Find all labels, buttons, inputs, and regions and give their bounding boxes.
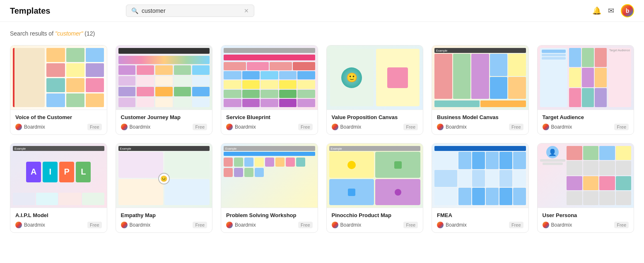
card-info: Voice of the Customer Boardmix Free xyxy=(10,110,107,134)
card-meta: Boardmix Free xyxy=(226,222,313,228)
brand-icon xyxy=(121,124,128,130)
search-icon: 🔍 xyxy=(131,7,138,14)
card-meta: Boardmix Free xyxy=(437,222,523,228)
card-meta: Boardmix Free xyxy=(15,222,102,228)
card-meta: Boardmix Free xyxy=(437,124,523,130)
card-title: Customer Journey Map xyxy=(121,114,207,120)
card-target-audience[interactable]: Target Audience Target Audience Boardmix… xyxy=(537,45,634,135)
brand-icon xyxy=(15,124,22,130)
card-info: Business Model Canvas Boardmix Free xyxy=(432,110,528,134)
card-brand: Boardmix xyxy=(121,124,151,130)
brand-icon xyxy=(15,222,22,228)
card-meta: Boardmix Free xyxy=(226,124,313,130)
card-meta: Boardmix Free xyxy=(332,124,418,130)
card-meta: Boardmix Free xyxy=(543,124,629,130)
card-thumbnail-persona: 👤 xyxy=(538,143,634,208)
brand-icon xyxy=(226,124,233,130)
card-info: Target Audience Boardmix Free xyxy=(538,110,634,134)
notification-icon[interactable]: 🔔 xyxy=(592,6,601,15)
card-info: Empathy Map Boardmix Free xyxy=(116,208,212,232)
card-meta: Boardmix Free xyxy=(121,222,207,228)
card-badge: Free xyxy=(193,222,207,228)
search-bar[interactable]: 🔍 ✕ xyxy=(126,5,254,17)
card-info: Service Blueprint Boardmix Free xyxy=(221,110,318,134)
avatar[interactable]: b xyxy=(621,4,634,17)
card-service-blueprint[interactable]: Service Blueprint Boardmix Free xyxy=(221,45,318,135)
card-badge: Free xyxy=(614,222,629,228)
card-brand: Boardmix xyxy=(226,222,256,228)
card-title: FMEA xyxy=(437,212,523,218)
card-empathy-map[interactable]: Example 😐 Empathy Map Boardmix xyxy=(116,143,213,233)
templates-grid: Voice of the Customer Boardmix Free xyxy=(10,45,634,233)
card-thumbnail-empathy: Example 😐 xyxy=(116,143,212,208)
card-brand: Boardmix xyxy=(226,124,256,130)
card-badge: Free xyxy=(403,222,418,228)
card-thumbnail-fmea xyxy=(432,143,528,208)
card-fmea[interactable]: FMEA Boardmix Free xyxy=(432,143,529,233)
search-results-label: Search results of "customer" (12) xyxy=(10,30,634,37)
card-brand: Boardmix xyxy=(15,124,45,130)
header-actions: 🔔 ✉ b xyxy=(592,4,634,17)
card-title: Business Model Canvas xyxy=(437,114,523,120)
card-meta: Boardmix Free xyxy=(543,222,629,228)
main-content: Search results of "customer" (12) xyxy=(0,22,644,241)
card-info: A.I.P.L Model Boardmix Free xyxy=(10,208,107,232)
card-thumbnail-value: 🙂 xyxy=(327,45,423,110)
card-badge: Free xyxy=(298,222,313,228)
card-thumbnail-journey xyxy=(116,45,212,110)
card-meta: Boardmix Free xyxy=(15,124,102,130)
card-pinocchio-product-map[interactable]: Example xyxy=(326,143,424,233)
card-brand: Boardmix xyxy=(332,222,362,228)
card-info: Customer Journey Map Boardmix Free xyxy=(116,110,212,134)
card-info: Pinocchio Product Map Boardmix Free xyxy=(327,208,423,232)
card-brand: Boardmix xyxy=(543,124,572,130)
mail-icon[interactable]: ✉ xyxy=(608,6,614,15)
card-info: FMEA Boardmix Free xyxy=(432,208,528,232)
search-query: "customer" xyxy=(55,30,83,37)
card-title: Value Proposition Canvas xyxy=(332,114,418,120)
card-business-model-canvas[interactable]: Example xyxy=(432,45,529,135)
brand-icon xyxy=(437,124,444,130)
card-info: Problem Solving Workshop Boardmix Free xyxy=(221,208,318,232)
card-aipl-model[interactable]: Example A I P L A.I.P.L M xyxy=(10,143,107,233)
card-thumbnail-pinocchio: Example xyxy=(327,143,423,208)
card-brand: Boardmix xyxy=(437,222,467,228)
search-input[interactable] xyxy=(142,7,241,14)
card-info: User Persona Boardmix Free xyxy=(538,208,634,232)
header: Templates 🔍 ✕ 🔔 ✉ b xyxy=(0,0,644,22)
card-badge: Free xyxy=(193,124,207,130)
card-title: Pinocchio Product Map xyxy=(332,212,418,218)
clear-search-button[interactable]: ✕ xyxy=(244,7,249,14)
brand-icon xyxy=(121,222,128,228)
card-meta: Boardmix Free xyxy=(121,124,207,130)
card-title: Empathy Map xyxy=(121,212,207,218)
card-user-persona[interactable]: 👤 xyxy=(537,143,634,233)
card-customer-journey-map[interactable]: Customer Journey Map Boardmix Free xyxy=(116,45,213,135)
card-badge: Free xyxy=(614,124,629,130)
brand-icon xyxy=(332,222,338,228)
card-brand: Boardmix xyxy=(121,222,151,228)
card-thumbnail-target: Target Audience xyxy=(538,45,634,110)
brand-icon xyxy=(543,222,549,228)
card-title: User Persona xyxy=(543,212,629,218)
card-voice-of-customer[interactable]: Voice of the Customer Boardmix Free xyxy=(10,45,107,135)
card-brand: Boardmix xyxy=(15,222,45,228)
card-brand: Boardmix xyxy=(332,124,362,130)
card-meta: Boardmix Free xyxy=(332,222,418,228)
card-problem-solving-workshop[interactable]: Example xyxy=(221,143,318,233)
brand-icon xyxy=(226,222,233,228)
card-title: A.I.P.L Model xyxy=(15,212,102,218)
card-badge: Free xyxy=(298,124,313,130)
card-badge: Free xyxy=(87,222,102,228)
card-thumbnail-aipl: Example A I P L xyxy=(10,143,107,208)
card-brand: Boardmix xyxy=(437,124,467,130)
card-title: Service Blueprint xyxy=(226,114,313,120)
brand-icon xyxy=(437,222,444,228)
card-value-proposition-canvas[interactable]: 🙂 Value Proposition Canvas Boardmix Free xyxy=(326,45,424,135)
brand-icon xyxy=(543,124,549,130)
card-badge: Free xyxy=(403,124,418,130)
card-title: Problem Solving Workshop xyxy=(226,212,313,218)
card-thumbnail-service xyxy=(221,45,318,110)
page-title: Templates xyxy=(10,6,60,16)
card-title: Target Audience xyxy=(543,114,629,120)
